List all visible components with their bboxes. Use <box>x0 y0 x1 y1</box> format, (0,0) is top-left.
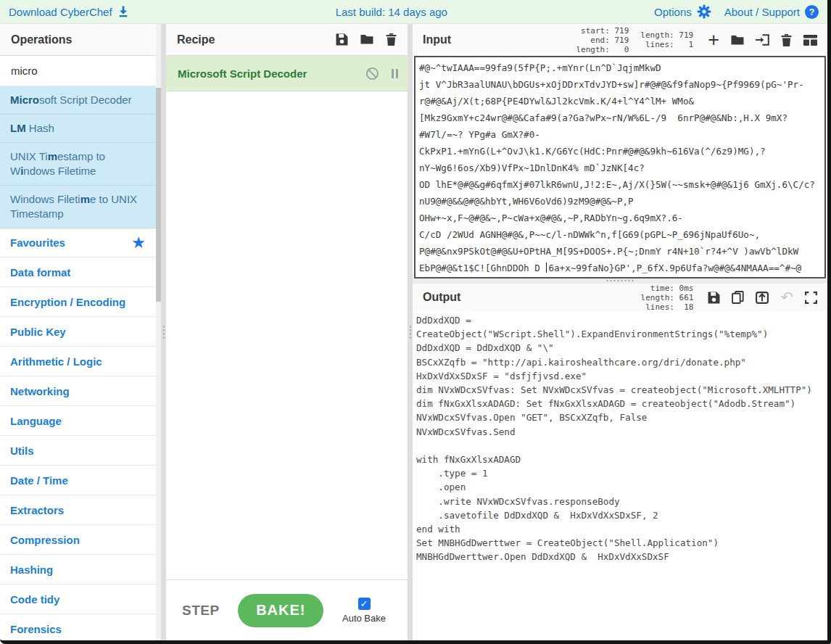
splitter-grip-icon <box>410 326 411 339</box>
recipe-operation-name: Microsoft Script Decoder <box>178 67 307 80</box>
recipe-io-splitter[interactable] <box>408 24 413 640</box>
auto-bake-label: Auto Bake <box>342 613 386 624</box>
input-header: Input start: 719 end: 719 length: 0 leng… <box>413 24 827 56</box>
sidebar-item-extractors[interactable]: Extractors <box>0 495 156 525</box>
open-folder-icon[interactable] <box>731 35 744 46</box>
input-title: Input <box>423 33 451 46</box>
search-result-lm-hash[interactable]: LM Hash <box>0 115 156 143</box>
download-icon <box>117 6 129 17</box>
download-link-label: Download CyberChef <box>9 6 112 18</box>
sidebar-item-forensics[interactable]: Forensics <box>0 614 156 640</box>
load-recipe-folder-icon[interactable] <box>360 34 373 45</box>
recipe-operation-microsoft-script-decoder[interactable]: Microsoft Script Decoder <box>166 56 408 91</box>
sidebar-item-code-tidy[interactable]: Code tidy <box>0 585 156 614</box>
star-icon[interactable]: ★ <box>131 235 146 251</box>
sidebar-item-utils[interactable]: Utils <box>0 436 156 466</box>
step-button[interactable]: STEP <box>182 603 220 619</box>
operations-sidebar: Operations Microsoft Script Decoder LM H… <box>0 24 161 640</box>
sidebar-item-language[interactable]: Language <box>0 406 156 436</box>
open-output-in-tab-icon[interactable] <box>756 292 769 304</box>
operations-search-row <box>0 56 156 86</box>
sidebar-scrollbar[interactable] <box>156 24 161 640</box>
clear-recipe-trash-icon[interactable] <box>386 33 397 46</box>
favourites-label: Favourites <box>10 236 65 249</box>
search-result-microsoft-script-decoder[interactable]: Microsoft Script Decoder <box>0 86 156 115</box>
sidebar-item-hashing[interactable]: Hashing <box>0 555 156 585</box>
output-stats: time: 0ms length: 661 lines: 18 <box>641 284 694 312</box>
sidebar-item-data-format[interactable]: Data format <box>0 257 156 287</box>
sidebar-item-compression[interactable]: Compression <box>0 525 156 555</box>
sidebar-item-encryption-encoding[interactable]: Encryption / Encoding <box>0 287 156 317</box>
clear-input-trash-icon[interactable] <box>781 34 792 46</box>
search-result-unix-timestamp-to-windows-filetime[interactable]: UNIX Timestamp to Windows Filetime <box>0 143 156 186</box>
save-output-icon[interactable] <box>708 292 720 304</box>
sidebar-item-favourites[interactable]: Favourites ★ <box>0 228 156 257</box>
copy-output-icon[interactable] <box>732 291 744 304</box>
breakpoint-pause-icon[interactable] <box>392 69 398 78</box>
recipe-drop-area[interactable] <box>166 91 408 579</box>
save-recipe-icon[interactable] <box>336 33 348 46</box>
input-size-stats: length: 719 lines: 1 <box>640 30 693 49</box>
sidebar-item-networking[interactable]: Networking <box>0 376 156 406</box>
output-title: Output <box>423 291 460 304</box>
auto-bake-control: ✓ Auto Bake <box>342 598 386 624</box>
download-cyberchef-link[interactable]: Download CyberChef <box>9 6 129 18</box>
add-input-tab-icon[interactable]: + <box>708 33 719 46</box>
search-input[interactable] <box>1 56 154 86</box>
output-header: Output time: 0ms length: 661 lines: 18 ↶ <box>413 284 827 311</box>
open-file-as-input-icon[interactable] <box>756 34 769 46</box>
recipe-controls-bar: STEP BAKE! ✓ Auto Bake <box>166 579 408 640</box>
cyberchef-window: Download CyberChef Last build: 14 days a… <box>0 0 831 644</box>
undo-icon[interactable]: ↶ <box>780 292 793 303</box>
maximise-output-icon[interactable] <box>805 292 817 304</box>
output-text: DdDxdXQD = CreateObject("WScript.Shell")… <box>413 311 827 566</box>
output-area[interactable]: DdDxdXQD = CreateObject("WScript.Shell")… <box>413 311 827 640</box>
input-text: #@~^twIAAA==99fa9(5fP{P;.+mYnr(Ln^D`Jqjm… <box>416 57 824 278</box>
input-cursor-stats: start: 719 end: 719 length: 0 <box>576 26 629 54</box>
sidebar-scrollbar-thumb[interactable] <box>156 88 161 302</box>
input-output-splitter[interactable] <box>413 278 827 284</box>
last-build-status: Last build: 14 days ago <box>129 6 654 18</box>
search-result-windows-filetime-to-unix-timestamp[interactable]: Windows Filetime to UNIX Timestamp <box>0 186 156 228</box>
gear-icon <box>697 4 711 19</box>
recipe-header: Recipe <box>166 24 408 56</box>
io-panel: Input start: 719 end: 719 length: 0 leng… <box>413 24 827 640</box>
help-icon: ? <box>805 5 819 19</box>
disable-operation-icon[interactable] <box>365 67 379 80</box>
operations-recipe-splitter[interactable] <box>161 24 166 640</box>
about-link-label: About / Support <box>724 6 800 18</box>
sidebar-item-public-key[interactable]: Public Key <box>0 317 156 347</box>
options-link[interactable]: Options <box>654 4 711 19</box>
bake-button[interactable]: BAKE! <box>238 594 323 627</box>
input-tab-layout-icon[interactable] <box>803 35 817 46</box>
recipe-title: Recipe <box>177 33 215 46</box>
splitter-grip-icon <box>607 280 634 281</box>
input-textarea[interactable]: #@~^twIAAA==99fa9(5fP{P;.+mYnr(Ln^D`Jqjm… <box>414 56 826 278</box>
recipe-panel: Recipe Microsoft Script Decoder <box>166 24 408 640</box>
top-banner: Download CyberChef Last build: 14 days a… <box>0 0 827 24</box>
auto-bake-checkbox[interactable]: ✓ <box>358 598 371 610</box>
about-support-link[interactable]: About / Support ? <box>724 5 819 19</box>
sidebar-item-date-time[interactable]: Date / Time <box>0 466 156 495</box>
sidebar-item-arithmetic-logic[interactable]: Arithmetic / Logic <box>0 347 156 376</box>
text-cursor <box>546 263 547 273</box>
options-link-label: Options <box>654 6 692 18</box>
operations-title: Operations <box>0 24 156 56</box>
splitter-grip-icon <box>163 326 165 339</box>
